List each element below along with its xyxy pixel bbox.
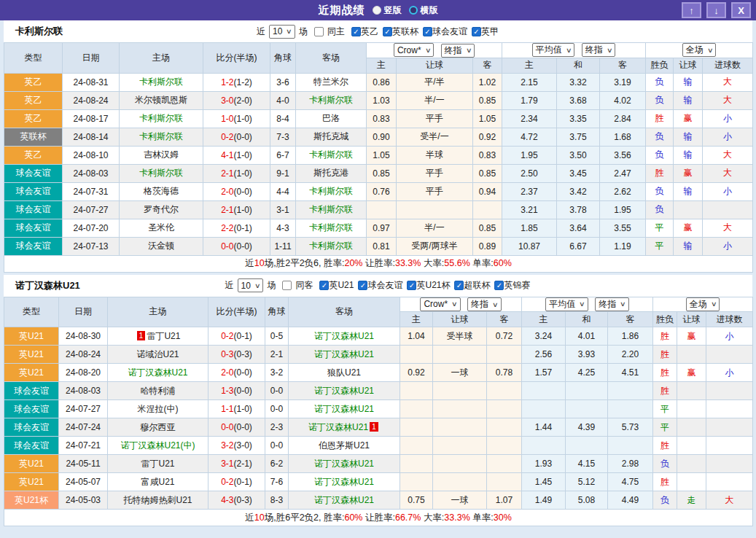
radio-vertical-layout[interactable]: 竖版 (373, 4, 402, 17)
league-checkbox[interactable]: ✓ (407, 281, 416, 290)
avg-away-cell: 1.19 (600, 237, 646, 255)
avg-away-cell: 2.20 (608, 346, 653, 364)
league-filters: ✓英乙✓英联杯✓球会友谊✓英甲 (348, 26, 500, 38)
league-checkbox[interactable]: ✓ (454, 281, 464, 290)
score-cell: 4-3(0-3) (209, 491, 265, 510)
odds-time-select[interactable]: 终指 ∨ (441, 44, 475, 58)
goals-cell: 大 (703, 146, 753, 164)
same-away-checkbox[interactable] (282, 281, 292, 290)
avg-time-select[interactable]: 终指 ∨ (595, 297, 629, 311)
move-up-button[interactable]: ↑ (682, 2, 701, 18)
home-team-cell: 卡利斯尔联 (120, 73, 203, 91)
odds-company-select[interactable]: Crow* ∨ (420, 297, 460, 311)
match-scope-select[interactable]: 全场 ∨ (686, 297, 720, 311)
odds-company-select[interactable]: Crow* ∨ (394, 43, 434, 57)
corners-cell: 0-0 (265, 400, 289, 418)
league-checkbox[interactable]: ✓ (472, 27, 481, 36)
goals-cell: 小 (706, 364, 753, 382)
recent-count-select[interactable]: 10 ∨ (238, 278, 264, 292)
team-name-text: 卡利斯尔联 (139, 113, 183, 123)
chevron-down-icon: ∨ (566, 47, 572, 54)
type-badge-cell: 英U21 (4, 455, 59, 473)
date-cell: 24-07-27 (59, 400, 108, 418)
team-name-text: 圣米伦 (148, 222, 174, 233)
avg-home-cell (522, 400, 566, 418)
match-row: 英乙24-08-31卡利斯尔联1-2(1-2)3-6特兰米尔0.86平/半1.0… (4, 73, 753, 91)
move-down-button[interactable]: ↓ (706, 2, 726, 18)
fulltime-score: 4-1 (221, 150, 233, 160)
avg-home-cell: 1.44 (522, 418, 566, 437)
same-home-checkbox[interactable] (314, 27, 324, 36)
avg-time-select[interactable]: 终指 ∨ (582, 43, 616, 57)
fulltime-score: 0-2 (221, 132, 233, 142)
red-card-badge: 1 (137, 331, 146, 340)
col-corner: 角球 (265, 297, 289, 327)
corners-cell: 7-3 (270, 128, 296, 146)
away-team-cell: 卡利斯尔联 (296, 200, 367, 219)
scope-select-cell: 全场 ∨ (653, 297, 753, 312)
avg-home-cell: 1.49 (522, 491, 566, 510)
odds-handicap-cell: 半球 (397, 146, 473, 164)
fulltime-score: 0-0 (221, 241, 233, 252)
score-cell: 1-1(1-0) (209, 400, 265, 418)
avg-home-cell: 1.93 (522, 455, 566, 473)
select-value: 全场 (686, 44, 704, 56)
league-checkbox[interactable]: ✓ (494, 281, 504, 290)
handicap-result-cell: 走 (677, 491, 706, 510)
avg-away-cell: 3.56 (600, 146, 646, 164)
score-cell: 3-1(2-1) (209, 455, 265, 473)
league-checkbox[interactable]: ✓ (358, 281, 367, 290)
handicap-result-cell: 赢 (674, 219, 703, 237)
radio-horizontal-layout[interactable]: 横版 (409, 4, 438, 17)
odds-home-cell (400, 437, 433, 455)
score-cell: 0-2(0-0) (203, 128, 270, 146)
col-avg-draw: 和 (557, 58, 600, 73)
league-checkbox[interactable]: ✓ (423, 27, 432, 36)
col-home: 主场 (120, 43, 203, 74)
team-name-text: 伯恩茅斯U21 (319, 440, 370, 451)
odds-handicap-cell: 平手 (397, 182, 473, 200)
home-team-cell: 圣米伦 (120, 219, 203, 237)
odds-handicap-cell: 受两/两球半 (397, 237, 473, 255)
match-row: 英乙24-08-17卡利斯尔联1-0(1-0)8-4巴洛0.83平手1.052.… (4, 109, 753, 128)
close-button[interactable]: X (731, 2, 751, 18)
halftime-score: (0-1) (234, 223, 252, 233)
col-score: 比分(半场) (209, 297, 265, 327)
type-badge-cell: 球会友谊 (4, 400, 59, 418)
odds-handicap-cell: 平/半 (397, 73, 473, 91)
odds-time-select[interactable]: 终指 ∨ (467, 297, 502, 311)
team-name-text: 诺丁汉森林U21 (128, 367, 187, 378)
handicap-result-cell: 赢 (674, 164, 703, 182)
match-row: 英U2124-08-24诺域治U210-3(0-3)2-1诺丁汉森林U212.5… (4, 346, 753, 364)
arrow-down-icon: ↓ (714, 5, 719, 16)
recent-count-select[interactable]: 10 ∨ (269, 25, 295, 39)
handicap-result-cell: 输 (674, 182, 703, 200)
titlebar: 近期战绩 竖版 横版 ↑ ↓ X (0, 0, 756, 20)
league-checkbox[interactable]: ✓ (383, 27, 392, 36)
summary-stat-value: 33.3% (395, 258, 421, 268)
league-checkbox[interactable]: ✓ (319, 281, 329, 290)
odds-away-cell: 0.92 (473, 128, 502, 146)
summary-text: 场,胜2平2负6, 胜率: (265, 258, 345, 268)
odds-away-cell: 0.94 (473, 182, 502, 200)
handicap-result-cell (677, 437, 706, 455)
halftime-score: (1-0) (234, 205, 252, 215)
match-scope-select[interactable]: 全场 ∨ (682, 43, 717, 57)
avg-source-select[interactable]: 平均值 ∨ (532, 43, 575, 57)
corners-cell: 6-7 (270, 146, 296, 164)
chevron-down-icon: ∨ (286, 28, 292, 35)
result-cell: 胜 (653, 437, 677, 455)
goals-cell: 小 (706, 327, 753, 346)
avg-draw-cell: 4.15 (566, 455, 608, 473)
type-badge-cell: 英乙 (4, 146, 63, 164)
fulltime-score: 3-1 (221, 459, 233, 469)
league-checkbox[interactable]: ✓ (351, 27, 361, 36)
avg-draw-cell: 5.08 (566, 491, 608, 510)
avg-draw-cell: 5.12 (566, 473, 608, 491)
odds-home-cell: 0.97 (367, 219, 397, 237)
score-cell: 0-0(0-0) (209, 418, 265, 437)
odds-handicap-cell (433, 400, 487, 418)
team-name-text: 诺丁汉森林U21 (314, 404, 374, 414)
avg-source-select[interactable]: 平均值 ∨ (545, 297, 588, 311)
summary-text: 让胜率: (362, 258, 394, 268)
